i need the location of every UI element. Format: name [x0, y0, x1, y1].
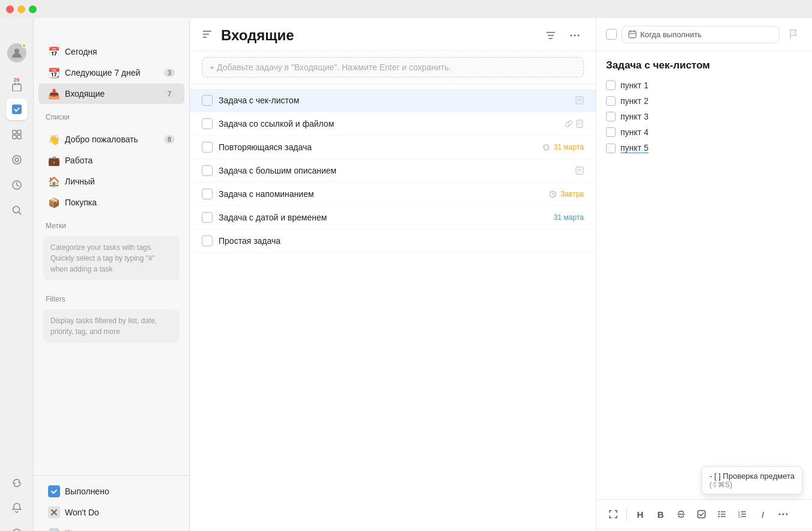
minimize-button[interactable] [17, 5, 25, 13]
sidebar-item-history-icon[interactable] [6, 174, 28, 196]
svg-point-59 [783, 514, 784, 515]
checklist-item[interactable]: пункт 5 [606, 140, 802, 156]
sidebar-item-shopping[interactable]: 📦 Покупка [38, 192, 184, 213]
sidebar-item-today[interactable]: 📅 Сегодня [38, 41, 184, 62]
svg-point-50 [718, 516, 720, 517]
shopping-icon: 📦 [48, 196, 60, 208]
sidebar-item-inbox[interactable]: 📥 Входящие 7 [38, 83, 184, 104]
task-item[interactable]: Задача с напоминанием Завтра [190, 183, 596, 206]
task-add-input[interactable]: + Добавьте задачу в "Входящие". Нажмите … [202, 57, 584, 77]
sidebar-item-grid-icon[interactable] [6, 124, 28, 145]
checklist-item[interactable]: пункт 4 [606, 124, 802, 140]
checklist-item[interactable]: пункт 3 [606, 109, 802, 124]
checklist-checkbox[interactable] [606, 96, 616, 106]
task-checkbox[interactable] [202, 165, 213, 176]
checklist-item[interactable]: пункт 1 [606, 77, 802, 93]
next7days-badge: 3 [164, 68, 175, 77]
svg-point-26 [578, 35, 580, 37]
checklist-checkbox[interactable] [606, 80, 616, 90]
toolbar-bold-button[interactable]: B [651, 505, 670, 524]
checklist-item-label: пункт 3 [620, 112, 649, 121]
task-list: Задача с чек-листом Задача со ссылкой и … [190, 84, 596, 531]
sidebar-item-search-icon[interactable] [6, 199, 28, 221]
task-checkbox[interactable] [202, 95, 213, 106]
task-detail-checkbox[interactable] [606, 29, 617, 40]
sidebar-item-welcome[interactable]: 👋 Добро пожаловать 8 [38, 129, 184, 150]
filters-placeholder: Display tasks filtered by list, date, pr… [43, 309, 180, 343]
close-button[interactable] [6, 5, 14, 13]
checklist-checkbox[interactable] [606, 127, 616, 137]
toolbar-container: - [ ] Проверка предмета (⇧⌘S) H B 1.2.3.… [596, 499, 812, 529]
sidebar-item-next7days-label: Следующие 7 дней [65, 68, 159, 77]
checklist-checkbox[interactable] [606, 144, 616, 153]
toolbar-italic-button[interactable]: I [753, 505, 772, 524]
main-header: Входящие [190, 18, 596, 51]
toolbar-more-button[interactable] [774, 505, 793, 524]
bottom-toolbar: H B 1.2.3. I [596, 499, 812, 529]
sidebar-item-activity-icon[interactable] [6, 149, 28, 171]
more-button[interactable] [566, 26, 584, 44]
task-checkbox[interactable] [202, 142, 213, 153]
task-item[interactable]: Повторяющаяся задача 31 марта [190, 136, 596, 159]
sidebar-item-notifications-icon[interactable] [6, 497, 28, 519]
sort-button[interactable] [542, 26, 560, 44]
sidebar-item-tasks-icon[interactable] [6, 99, 28, 120]
when-label: Когда выполнить [640, 30, 701, 39]
sidebar-item-today-icon[interactable]: 29 [6, 73, 28, 95]
sidebar-item-work[interactable]: 💼 Работа [38, 150, 184, 171]
toolbar-checkbox-button[interactable] [692, 505, 711, 524]
trash-label: Корзина [65, 529, 97, 531]
task-item[interactable]: Задача с чек-листом [190, 89, 596, 112]
task-checkbox[interactable] [202, 118, 213, 129]
task-item[interactable]: Простая задача [190, 229, 596, 253]
svg-rect-37 [629, 31, 636, 38]
completed-label: Выполнено [65, 487, 109, 496]
checklist-checkbox[interactable] [606, 112, 616, 121]
svg-rect-8 [17, 135, 21, 139]
right-panel: Когда выполнить Задача с чек-листом пунк… [596, 18, 812, 531]
sidebar-item-help-icon[interactable]: ? [6, 523, 28, 531]
task-date: 31 марта [554, 213, 584, 222]
toolbar-unordered-list-button[interactable] [712, 505, 732, 524]
toolbar-divider [626, 508, 627, 520]
avatar[interactable] [6, 42, 28, 64]
task-item[interactable]: Задача со ссылкой и файлом [190, 112, 596, 136]
right-panel-header: Когда выполнить [596, 18, 812, 51]
task-item[interactable]: Задача с датой и временем 31 марта [190, 206, 596, 229]
task-label: Задача с датой и временем [219, 213, 548, 222]
status-bar: Входящие A [596, 529, 812, 531]
svg-point-25 [574, 35, 576, 37]
sidebar-bottom: Выполнено Won't Do 🗑️ Корзина [34, 475, 189, 531]
svg-point-0 [14, 49, 19, 53]
task-checkbox[interactable] [202, 212, 213, 223]
sort-icon[interactable] [202, 30, 213, 41]
sidebar-item-trash[interactable]: 🗑️ Корзина [38, 523, 184, 531]
lists-section-title: Списки [34, 109, 189, 124]
sidebar-item-work-label: Работа [65, 156, 175, 165]
svg-line-13 [19, 213, 21, 215]
when-button[interactable]: Когда выполнить [622, 26, 780, 43]
trash-icon: 🗑️ [48, 527, 60, 531]
sidebar-item-next7days[interactable]: 📆 Следующие 7 дней 3 [38, 62, 184, 83]
toolbar-fullscreen-button[interactable] [604, 505, 623, 524]
toolbar-strike-button[interactable] [671, 505, 691, 524]
task-checkbox[interactable] [202, 189, 213, 199]
sidebar-item-completed[interactable]: Выполнено [38, 481, 184, 502]
task-checkbox[interactable] [202, 235, 213, 246]
task-reminder-date: Завтра [560, 190, 584, 198]
svg-point-48 [718, 514, 720, 515]
task-item[interactable]: Задача с большим описанием [190, 159, 596, 183]
task-add-bar[interactable]: + Добавьте задачу в "Входящие". Нажмите … [190, 51, 596, 84]
tags-placeholder: Categorize your tasks with tags. Quickly… [43, 236, 180, 281]
sidebar-item-today-label: Сегодня [65, 47, 175, 56]
sidebar-item-wontdo[interactable]: Won't Do [38, 502, 184, 523]
flag-button[interactable] [784, 25, 802, 43]
sidebar-item-personal[interactable]: 🏠 Личный [38, 171, 184, 192]
sidebar-item-sync-icon[interactable] [6, 472, 28, 494]
svg-text:3.: 3. [738, 515, 741, 518]
toolbar-heading-button[interactable]: H [631, 505, 650, 524]
maximize-button[interactable] [29, 5, 37, 13]
toolbar-ordered-list-button[interactable]: 1.2.3. [733, 505, 752, 524]
checklist-item[interactable]: пункт 2 [606, 93, 802, 109]
checklist: пункт 1 пункт 2 пункт 3 пункт 4 пункт 5 [596, 75, 812, 290]
